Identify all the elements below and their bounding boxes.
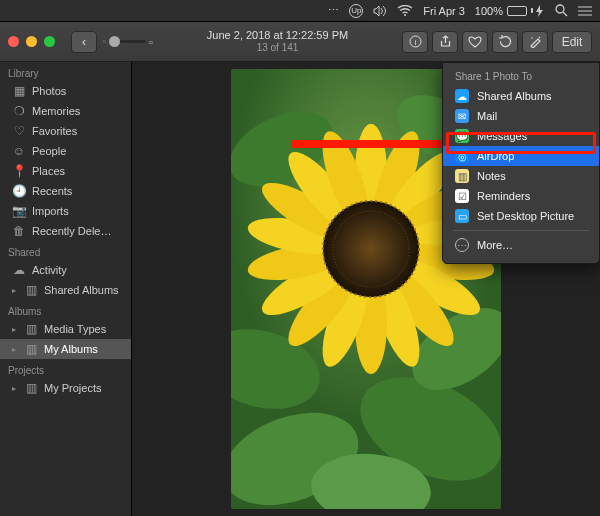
share-item-label: Messages bbox=[477, 130, 527, 142]
share-menu[interactable]: Share 1 Photo To ☁Shared Albums✉Mail💬Mes… bbox=[442, 62, 600, 264]
share-item-reminders[interactable]: ☑Reminders bbox=[443, 186, 599, 206]
airdrop-icon: ◎ bbox=[455, 149, 469, 163]
mail-icon: ✉ bbox=[455, 109, 469, 123]
toolbar-title: June 2, 2018 at 12:22:59 PM 13 of 141 bbox=[207, 29, 348, 54]
share-item-airdrop[interactable]: ◎AirDrop bbox=[443, 146, 599, 166]
sidebar-item-recents[interactable]: 🕘Recents bbox=[0, 181, 131, 201]
sidebar-heading: Shared bbox=[0, 241, 131, 260]
photos-icon: ▦ bbox=[12, 84, 26, 98]
edit-button[interactable]: Edit bbox=[552, 31, 592, 53]
sidebar-item-my-albums[interactable]: ▸▥My Albums bbox=[0, 339, 131, 359]
share-item-label: Notes bbox=[477, 170, 506, 182]
share-item-label: Shared Albums bbox=[477, 90, 552, 102]
more-icon: ⋯ bbox=[455, 238, 469, 252]
share-item-set-desktop-picture[interactable]: ▭Set Desktop Picture bbox=[443, 206, 599, 226]
share-more[interactable]: ⋯ More… bbox=[443, 235, 599, 255]
enhance-button[interactable] bbox=[522, 31, 548, 53]
sidebar-item-people[interactable]: ☺People bbox=[0, 141, 131, 161]
window-controls[interactable] bbox=[8, 36, 55, 47]
sidebar-item-memories[interactable]: ❍Memories bbox=[0, 101, 131, 121]
people-icon: ☺ bbox=[12, 144, 26, 158]
sidebar-item-label: Memories bbox=[32, 105, 80, 117]
disclosure-icon: ▸ bbox=[12, 325, 16, 334]
folder-icon: ▥ bbox=[24, 342, 38, 356]
reminders-icon: ☑ bbox=[455, 189, 469, 203]
share-item-label: AirDrop bbox=[477, 150, 514, 162]
sidebar-item-media-types[interactable]: ▸▥Media Types bbox=[0, 319, 131, 339]
disclosure-icon: ▸ bbox=[12, 345, 16, 354]
trash-icon: 🗑 bbox=[12, 224, 26, 238]
dots-icon: ⋯ bbox=[328, 4, 339, 17]
svg-text:i: i bbox=[414, 38, 416, 47]
desktop-icon: ▭ bbox=[455, 209, 469, 223]
photo-viewer[interactable]: Share 1 Photo To ☁Shared Albums✉Mail💬Mes… bbox=[132, 62, 600, 516]
zoom-window-button[interactable] bbox=[44, 36, 55, 47]
sidebar-heading: Projects bbox=[0, 359, 131, 378]
cloud-icon: ☁ bbox=[455, 89, 469, 103]
imports-icon: 📷 bbox=[12, 204, 26, 218]
share-more-label: More… bbox=[477, 239, 513, 251]
macos-menubar: ⋯ Up Fri Apr 3 100% bbox=[0, 0, 600, 22]
sidebar-item-label: My Projects bbox=[44, 382, 101, 394]
sidebar-item-recently-dele-[interactable]: 🗑Recently Dele… bbox=[0, 221, 131, 241]
share-item-mail[interactable]: ✉Mail bbox=[443, 106, 599, 126]
back-button[interactable]: ‹ bbox=[71, 31, 97, 53]
disclosure-icon: ▸ bbox=[12, 286, 16, 295]
sidebar-item-label: Activity bbox=[32, 264, 67, 276]
notes-icon: ▥ bbox=[455, 169, 469, 183]
share-button[interactable] bbox=[432, 31, 458, 53]
battery-indicator: 100% bbox=[475, 5, 545, 17]
sidebar-item-label: My Albums bbox=[44, 343, 98, 355]
sidebar-item-label: People bbox=[32, 145, 66, 157]
close-window-button[interactable] bbox=[8, 36, 19, 47]
share-item-notes[interactable]: ▥Notes bbox=[443, 166, 599, 186]
svg-point-0 bbox=[404, 14, 406, 16]
disclosure-icon: ▸ bbox=[12, 384, 16, 393]
recents-icon: 🕘 bbox=[12, 184, 26, 198]
sidebar-item-label: Favorites bbox=[32, 125, 77, 137]
up-icon: Up bbox=[349, 4, 363, 18]
photo-date: June 2, 2018 at 12:22:59 PM bbox=[207, 29, 348, 42]
minimize-window-button[interactable] bbox=[26, 36, 37, 47]
sidebar-item-label: Photos bbox=[32, 85, 66, 97]
battery-icon bbox=[507, 6, 527, 16]
share-item-label: Mail bbox=[477, 110, 497, 122]
info-button[interactable]: i bbox=[402, 31, 428, 53]
rotate-button[interactable] bbox=[492, 31, 518, 53]
sidebar[interactable]: Library▦Photos❍Memories♡Favorites☺People… bbox=[0, 62, 132, 516]
photos-window: ‹ ▫ ▫ June 2, 2018 at 12:22:59 PM 13 of … bbox=[0, 22, 600, 516]
svg-line-2 bbox=[563, 12, 567, 16]
share-item-shared-albums[interactable]: ☁Shared Albums bbox=[443, 86, 599, 106]
share-menu-separator bbox=[453, 230, 589, 231]
sidebar-heading: Albums bbox=[0, 300, 131, 319]
share-item-label: Set Desktop Picture bbox=[477, 210, 574, 222]
wifi-icon bbox=[397, 5, 413, 16]
sidebar-item-imports[interactable]: 📷Imports bbox=[0, 201, 131, 221]
sidebar-item-label: Recents bbox=[32, 185, 72, 197]
favorites-icon: ♡ bbox=[12, 124, 26, 138]
share-item-messages[interactable]: 💬Messages bbox=[443, 126, 599, 146]
sidebar-item-shared-albums[interactable]: ▸▥Shared Albums bbox=[0, 280, 131, 300]
volume-icon bbox=[373, 5, 387, 17]
battery-percent: 100% bbox=[475, 5, 503, 17]
sidebar-item-places[interactable]: 📍Places bbox=[0, 161, 131, 181]
places-icon: 📍 bbox=[12, 164, 26, 178]
svg-point-8 bbox=[531, 37, 532, 38]
share-menu-title: Share 1 Photo To bbox=[443, 69, 599, 86]
messages-icon: 💬 bbox=[455, 129, 469, 143]
clock-text: Fri Apr 3 bbox=[423, 5, 465, 17]
sidebar-item-activity[interactable]: ☁Activity bbox=[0, 260, 131, 280]
folder-icon: ▥ bbox=[24, 322, 38, 336]
sidebar-item-photos[interactable]: ▦Photos bbox=[0, 81, 131, 101]
sidebar-item-label: Imports bbox=[32, 205, 69, 217]
sidebar-item-favorites[interactable]: ♡Favorites bbox=[0, 121, 131, 141]
sidebar-item-label: Media Types bbox=[44, 323, 106, 335]
favorite-button[interactable] bbox=[462, 31, 488, 53]
sidebar-item-label: Places bbox=[32, 165, 65, 177]
notification-center-icon[interactable] bbox=[578, 5, 592, 17]
spotlight-icon[interactable] bbox=[555, 4, 568, 17]
zoom-slider[interactable]: ▫ ▫ bbox=[103, 31, 153, 53]
sidebar-item-my-projects[interactable]: ▸▥My Projects bbox=[0, 378, 131, 398]
sidebar-item-label: Recently Dele… bbox=[32, 225, 111, 237]
photo-count: 13 of 141 bbox=[207, 42, 348, 54]
